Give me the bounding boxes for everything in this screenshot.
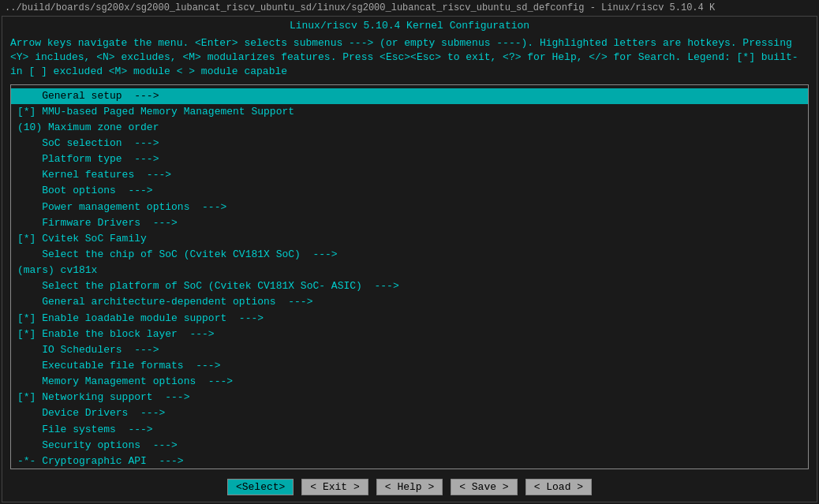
load-btn[interactable]: < Load >: [525, 479, 592, 495]
menu-item-general-setup[interactable]: General setup --->: [11, 88, 808, 104]
menu-item-cvitek-soc[interactable]: [*] Cvitek SoC Family: [11, 231, 808, 247]
main-area: Linux/riscv 5.10.4 Kernel Configuration …: [2, 16, 817, 502]
menu-item-arch-options[interactable]: General architecture-dependent options -…: [11, 294, 808, 310]
title-bar: ../build/boards/sg200x/sg2000_lubancat_r…: [0, 0, 819, 16]
menu-item-soc-selection[interactable]: SoC selection --->: [11, 136, 808, 151]
bottom-buttons: <Select>< Exit >< Help >< Save >< Load >: [2, 474, 817, 502]
menu-item-io-schedulers[interactable]: IO Schedulers --->: [11, 342, 808, 358]
menu-item-networking[interactable]: [*] Networking support --->: [11, 390, 808, 405]
menu-item-select-chip[interactable]: Select the chip of SoC (Cvitek CV181X So…: [11, 247, 808, 263]
outer-window: ../build/boards/sg200x/sg2000_lubancat_r…: [0, 0, 819, 504]
menu-item-power-mgmt[interactable]: Power management options --->: [11, 200, 808, 215]
menu-item-boot-options[interactable]: Boot options --->: [11, 183, 808, 199]
menu-item-kernel-features[interactable]: Kernel features --->: [11, 167, 808, 183]
menu-item-max-zone-order[interactable]: (10) Maximum zone order: [11, 120, 808, 136]
menu-item-platform-type[interactable]: Platform type --->: [11, 151, 808, 167]
menu-item-cv181x[interactable]: (mars) cv181x: [11, 263, 808, 278]
menu-wrapper: General setup --->[*] MMU-based Paged Me…: [10, 84, 809, 469]
exit-btn[interactable]: < Exit >: [301, 479, 368, 495]
help-btn[interactable]: < Help >: [376, 479, 443, 495]
help-text: Arrow keys navigate the menu. <Enter> se…: [2, 33, 817, 84]
menu-item-loadable-module[interactable]: [*] Enable loadable module support --->: [11, 311, 808, 327]
menu-item-crypto-api[interactable]: -*- Cryptographic API --->: [11, 454, 808, 469]
menu-item-device-drivers[interactable]: Device Drivers --->: [11, 405, 808, 421]
menu-item-firmware-drivers[interactable]: Firmware Drivers --->: [11, 215, 808, 231]
menu-item-file-systems[interactable]: File systems --->: [11, 422, 808, 438]
save-btn[interactable]: < Save >: [451, 479, 517, 495]
menu-item-block-layer[interactable]: [*] Enable the block layer --->: [11, 327, 808, 342]
title-text: ../build/boards/sg200x/sg2000_lubancat_r…: [5, 2, 715, 13]
menu-item-exec-formats[interactable]: Executable file formats --->: [11, 358, 808, 374]
select-btn[interactable]: <Select>: [227, 479, 294, 495]
menu-item-mmu-support[interactable]: [*] MMU-based Paged Memory Management Su…: [11, 104, 808, 120]
kconfig-title: Linux/riscv 5.10.4 Kernel Configuration: [2, 17, 817, 33]
menu-item-security-options[interactable]: Security options --->: [11, 438, 808, 454]
menu-item-select-platform[interactable]: Select the platform of SoC (Cvitek CV181…: [11, 278, 808, 294]
menu-content[interactable]: General setup --->[*] MMU-based Paged Me…: [11, 85, 808, 469]
menu-item-memory-mgmt[interactable]: Memory Management options --->: [11, 374, 808, 390]
